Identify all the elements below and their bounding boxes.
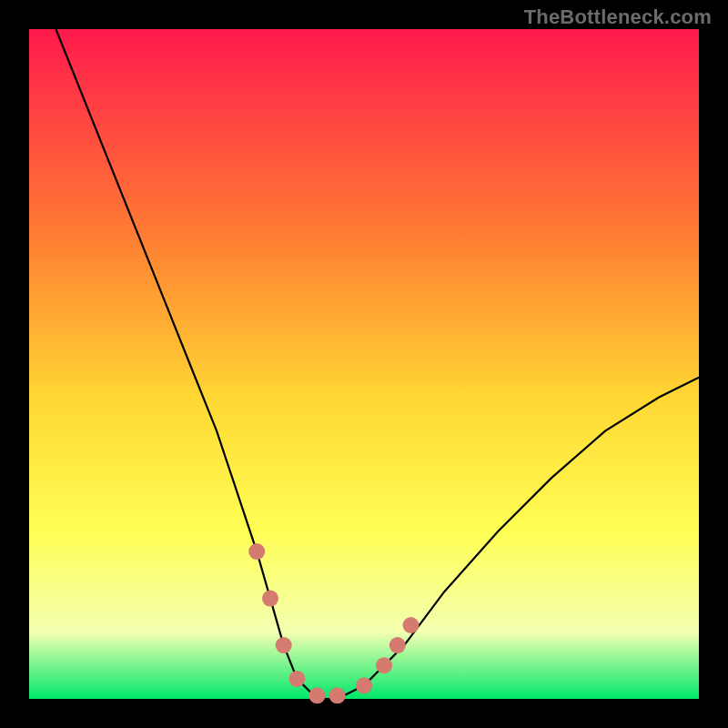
curve-marker: [329, 687, 346, 703]
curve-marker: [309, 687, 326, 703]
plot-background: [29, 29, 699, 699]
curve-marker: [276, 637, 292, 653]
chart-frame: { "watermark": "TheBottleneck.com", "col…: [0, 0, 728, 728]
curve-marker: [356, 677, 372, 693]
curve-marker: [403, 617, 420, 633]
curve-marker: [248, 543, 265, 560]
curve-marker: [376, 657, 392, 673]
curve-marker: [262, 591, 278, 607]
curve-marker: [389, 637, 406, 653]
curve-marker: [288, 671, 305, 687]
bottleneck-chart: [0, 0, 728, 728]
